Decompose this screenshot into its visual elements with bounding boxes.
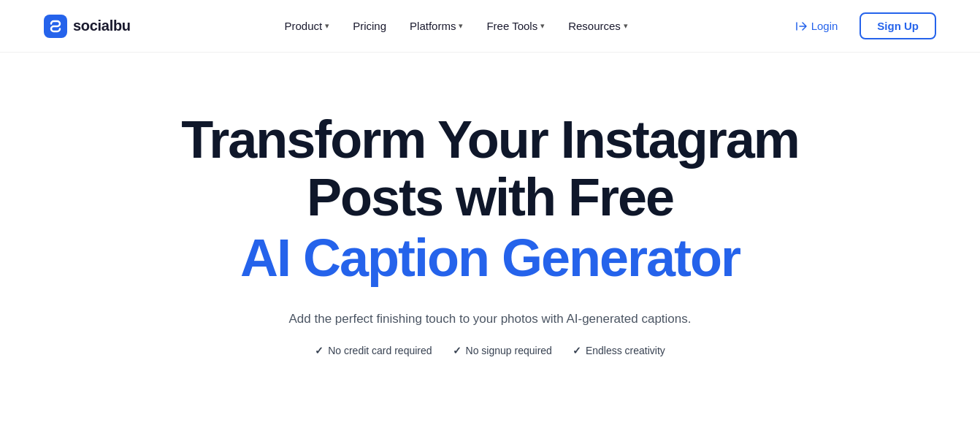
badge-no-signup: ✓ No signup required: [453, 345, 552, 356]
free-tools-chevron-icon: ▾: [540, 21, 545, 31]
hero-heading-line3: AI Caption Generator: [181, 228, 799, 288]
nav-item-pricing[interactable]: Pricing: [342, 14, 397, 38]
logo[interactable]: socialbu: [44, 15, 131, 38]
hero-section: Transform Your Instagram Posts with Free…: [0, 53, 980, 400]
hero-subtitle: Add the perfect finishing touch to your …: [289, 309, 692, 329]
hero-heading-line1: Transform Your Instagram: [181, 111, 799, 169]
login-button[interactable]: Login: [782, 14, 851, 38]
check-icon-1: ✓: [315, 345, 324, 356]
hero-heading: Transform Your Instagram Posts with Free…: [181, 111, 799, 288]
nav-auth: Login Sign Up: [782, 12, 936, 39]
resources-chevron-icon: ▾: [624, 21, 628, 31]
navbar: socialbu Product ▾ Pricing Platforms ▾ F…: [0, 0, 980, 53]
login-icon: [795, 20, 807, 32]
logo-icon: [44, 15, 67, 38]
nav-item-resources[interactable]: Resources ▾: [558, 14, 638, 38]
hero-heading-line2: Posts with Free: [181, 169, 799, 226]
badge-no-credit-card: ✓ No credit card required: [315, 345, 432, 356]
check-icon-2: ✓: [453, 345, 462, 356]
product-chevron-icon: ▾: [325, 21, 329, 31]
logo-text: socialbu: [73, 18, 131, 34]
platforms-chevron-icon: ▾: [459, 21, 463, 31]
hero-badges: ✓ No credit card required ✓ No signup re…: [315, 345, 665, 356]
nav-links: Product ▾ Pricing Platforms ▾ Free Tools…: [274, 14, 638, 38]
nav-item-product[interactable]: Product ▾: [274, 14, 340, 38]
nav-item-free-tools[interactable]: Free Tools ▾: [476, 14, 555, 38]
nav-item-platforms[interactable]: Platforms ▾: [399, 14, 473, 38]
check-icon-3: ✓: [573, 345, 581, 356]
signup-button[interactable]: Sign Up: [860, 12, 936, 39]
badge-endless-creativity: ✓ Endless creativity: [573, 345, 665, 356]
